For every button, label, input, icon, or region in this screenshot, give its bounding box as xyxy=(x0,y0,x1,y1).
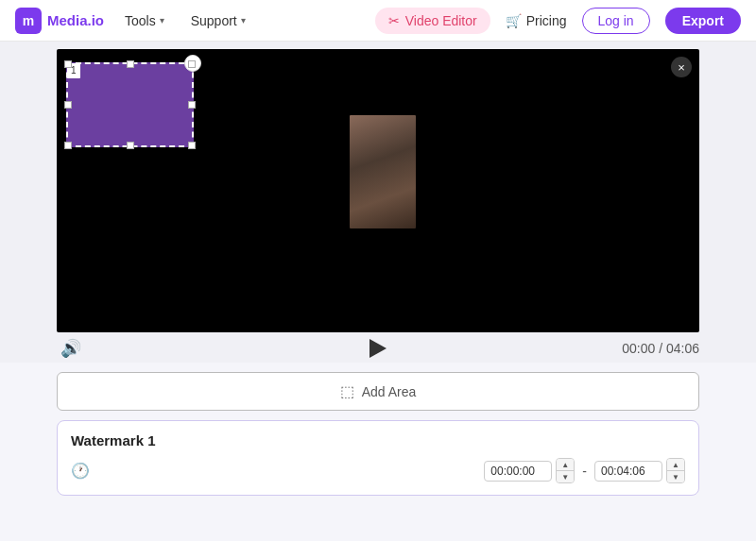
bottom-panel: ⬚ Add Area Watermark 1 🕐 00:00:00 ▲ ▼ xyxy=(0,363,756,541)
resize-handle-bm[interactable] xyxy=(127,142,134,149)
scissors-icon: ✂ xyxy=(388,13,400,28)
nav-support[interactable]: Support ▾ xyxy=(185,9,251,32)
resize-handle-br[interactable] xyxy=(188,142,196,149)
video-editor-button[interactable]: ✂ Video Editor xyxy=(375,8,490,34)
main-area: 1 × × 🔊 xyxy=(0,42,756,541)
pricing-link[interactable]: 🛒 Pricing xyxy=(506,13,567,28)
time-dash: - xyxy=(582,464,587,479)
tools-chevron-icon: ▾ xyxy=(160,15,164,25)
support-chevron-icon: ▾ xyxy=(241,15,246,25)
start-time-group: 00:00:00 ▲ ▼ xyxy=(484,458,575,483)
end-time-up[interactable]: ▲ xyxy=(667,459,684,470)
logo-text: Media.io xyxy=(47,12,104,28)
start-time-input[interactable]: 00:00:00 xyxy=(484,461,552,482)
end-time-stepper: ▲ ▼ xyxy=(666,458,685,483)
cart-icon: 🛒 xyxy=(506,13,522,28)
add-area-icon: ⬚ xyxy=(340,382,354,400)
resize-handle-mr[interactable] xyxy=(188,101,196,109)
time-display: 00:00 / 04:06 xyxy=(622,341,699,356)
end-time-input[interactable]: 00:04:06 xyxy=(594,461,662,482)
resize-handle-bl[interactable] xyxy=(64,142,72,149)
canvas-close-button[interactable]: × xyxy=(671,57,692,77)
play-button[interactable] xyxy=(363,333,393,363)
end-time-down[interactable]: ▼ xyxy=(667,471,684,482)
watermark-time-row: 🕐 00:00:00 ▲ ▼ - 0 xyxy=(71,458,685,483)
resize-handle-ml[interactable] xyxy=(64,101,72,109)
clock-icon: 🕐 xyxy=(71,462,90,480)
resize-handle-tr[interactable] xyxy=(188,60,196,68)
watermark-box-1[interactable]: 1 × xyxy=(66,62,194,147)
start-time-up[interactable]: ▲ xyxy=(557,459,574,470)
start-time-down[interactable]: ▼ xyxy=(557,471,574,482)
login-button[interactable]: Log in xyxy=(582,8,650,34)
start-time-stepper: ▲ ▼ xyxy=(556,458,575,483)
video-thumb-content xyxy=(350,115,416,228)
add-area-button[interactable]: ⬚ Add Area xyxy=(57,372,699,411)
nav-tools[interactable]: Tools ▾ xyxy=(119,9,170,32)
resize-handle-tm[interactable] xyxy=(127,60,134,68)
play-triangle-icon xyxy=(369,339,387,358)
logo-icon: m xyxy=(15,8,42,34)
volume-icon[interactable]: 🔊 xyxy=(57,338,85,359)
video-thumbnail xyxy=(350,115,416,228)
header: m Media.io Tools ▾ Support ▾ ✂ Video Edi… xyxy=(0,0,756,42)
video-canvas: 1 × × xyxy=(57,49,699,332)
video-area: 1 × × 🔊 xyxy=(0,42,756,363)
playback-controls: 🔊 00:00 / 04:06 xyxy=(57,332,699,363)
end-time-group: 00:04:06 ▲ ▼ xyxy=(594,458,685,483)
logo-link[interactable]: m Media.io xyxy=(15,8,104,34)
watermark-panel-1: Watermark 1 🕐 00:00:00 ▲ ▼ - xyxy=(57,420,699,496)
resize-handle-tl[interactable] xyxy=(64,60,72,68)
watermark-panel-title: Watermark 1 xyxy=(71,432,685,448)
export-button[interactable]: Export xyxy=(665,8,741,34)
